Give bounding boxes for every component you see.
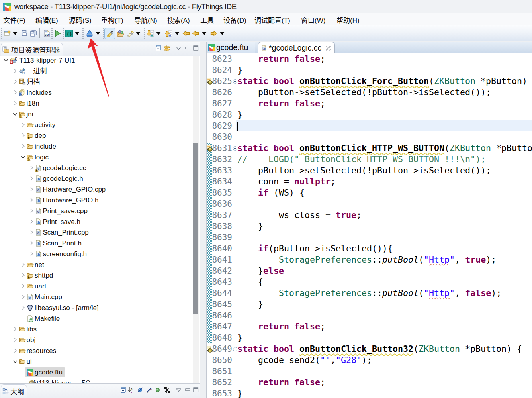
tree-item--[interactable]: 10 01 二进制 <box>0 66 200 76</box>
dropdown-arrow-icon[interactable] <box>96 32 100 35</box>
tree-item-t113-klipper-7-ui1[interactable]: C T113-klipper-7-UI1 <box>0 56 200 66</box>
tree-item-t113-klipper-5c[interactable]: C t113-klipper-...-5C <box>0 378 200 383</box>
project-explorer-tab[interactable]: 项目资源管理器 <box>1 43 63 56</box>
tree-item--[interactable]: 归档 <box>0 76 200 87</box>
chevron-collapsed-icon[interactable] <box>29 251 34 257</box>
filter-icon[interactable] <box>164 387 170 393</box>
last-edit-location-icon[interactable] <box>182 30 190 37</box>
run-icon[interactable] <box>55 30 61 37</box>
menu-item-3[interactable]: 源码(S) <box>69 15 92 25</box>
sort-icon[interactable]: a z <box>128 387 134 393</box>
dropdown-arrow-icon[interactable] <box>156 32 161 35</box>
tree-item-net[interactable]: net <box>0 259 200 270</box>
chevron-collapsed-icon[interactable] <box>20 143 26 149</box>
back-icon[interactable] <box>192 30 199 37</box>
new-wizard-icon[interactable] <box>4 30 11 37</box>
prev-annotation-icon[interactable] <box>165 30 172 37</box>
compile-upload-icon[interactable] <box>86 30 93 37</box>
menu-item-9[interactable]: 调试配置(T) <box>254 15 290 25</box>
minimize-icon[interactable] <box>185 388 191 392</box>
chevron-collapsed-icon[interactable] <box>12 348 18 353</box>
maximize-icon[interactable] <box>193 387 199 392</box>
chevron-expanded-icon[interactable] <box>12 111 18 117</box>
chevron-collapsed-icon[interactable] <box>29 186 34 192</box>
menu-item-7[interactable]: 工具 <box>200 15 214 25</box>
chevron-collapsed-icon[interactable] <box>12 79 18 84</box>
minimize-icon[interactable] <box>185 46 191 50</box>
tree-item-includes[interactable]: h Includes <box>0 87 200 98</box>
tree-item-print-save-h[interactable]: .h Print_save.h <box>0 216 200 227</box>
hide-fields-icon[interactable] <box>137 387 143 393</box>
tree-item-uart[interactable]: uart <box>0 281 200 292</box>
open-type-icon[interactable] <box>117 30 124 37</box>
chevron-expanded-icon[interactable] <box>3 57 9 63</box>
hide-nonpublic-icon[interactable] <box>155 388 160 392</box>
flash-pen-icon[interactable] <box>126 30 134 37</box>
dropdown-arrow-icon[interactable] <box>175 32 180 35</box>
tree-item-main-cpp[interactable]: c Main.cpp <box>0 292 200 302</box>
collapse-all-icon[interactable] <box>120 387 127 393</box>
close-tab-icon[interactable] <box>325 45 331 51</box>
tree-scrollbar[interactable] <box>193 56 199 383</box>
binary-file-icon[interactable]: 010 <box>43 30 50 37</box>
tree-item-print-save-cpp[interactable]: c Print_save.cpp <box>0 206 200 216</box>
dropdown-arrow-icon[interactable] <box>202 32 207 35</box>
tree-item-gcode-ftu[interactable]: gcode.ftu <box>0 367 200 378</box>
menu-item-11[interactable]: 帮助(H) <box>336 15 360 25</box>
chevron-collapsed-icon[interactable] <box>12 100 18 106</box>
tree-item-include[interactable]: include <box>0 141 200 152</box>
menu-item-6[interactable]: 搜索(A) <box>167 15 190 25</box>
tree-item-logic[interactable]: logic <box>0 152 200 163</box>
tree-item-jni[interactable]: jni <box>0 109 200 120</box>
tree-item-scan-print-h[interactable]: .h Scan_Print.h <box>0 238 200 249</box>
chevron-collapsed-icon[interactable] <box>29 240 34 246</box>
view-menu-icon[interactable] <box>176 388 181 392</box>
chevron-collapsed-icon[interactable] <box>29 208 34 214</box>
dropdown-arrow-icon[interactable] <box>13 32 18 35</box>
chevron-collapsed-icon[interactable] <box>20 294 26 300</box>
menu-item-2[interactable]: 编辑(E) <box>35 15 58 25</box>
code-editor[interactable]: 8623 return false;8624} 8625static bool … <box>207 53 532 398</box>
menu-item-4[interactable]: 重构(T) <box>101 15 123 25</box>
collapse-all-icon[interactable] <box>155 45 162 51</box>
dropdown-arrow-icon[interactable] <box>75 32 80 35</box>
tree-item-screenconfig-h[interactable]: .h screenconfig.h <box>0 249 200 259</box>
tree-item-makefile[interactable]: Makefile <box>0 313 200 324</box>
tree-scrollbar-thumb[interactable] <box>193 143 198 314</box>
chevron-collapsed-icon[interactable] <box>12 337 18 343</box>
save-icon[interactable] <box>22 30 28 36</box>
dropdown-arrow-icon[interactable] <box>220 32 225 35</box>
chevron-collapsed-icon[interactable] <box>20 283 26 289</box>
tree-item-ui[interactable]: ui <box>0 356 200 367</box>
tree-item-hardware-gpio-cpp[interactable]: c Hardware_GPIO.cpp <box>0 184 200 195</box>
chevron-collapsed-icon[interactable] <box>29 219 34 224</box>
tree-item-gcodelogic-cc[interactable]: c gcodeLogic.cc <box>0 163 200 173</box>
chevron-collapsed-icon[interactable] <box>20 273 26 278</box>
tree-item-dep[interactable]: dep <box>0 130 200 141</box>
chevron-collapsed-icon[interactable] <box>29 229 34 235</box>
maximize-icon[interactable] <box>193 45 199 51</box>
tree-item-obj[interactable]: obj <box>0 335 200 345</box>
chevron-collapsed-icon[interactable] <box>12 90 18 95</box>
tree-item-activity[interactable]: activity <box>0 120 200 130</box>
fold-collapse-icon[interactable] <box>233 146 237 151</box>
tree-item-hardware-gpio-h[interactable]: .h Hardware_GPIO.h <box>0 195 200 206</box>
chevron-collapsed-icon[interactable] <box>29 197 34 203</box>
menu-item-1[interactable]: 文件(F) <box>3 15 25 25</box>
highlighter-icon[interactable] <box>106 30 114 38</box>
dropdown-arrow-icon[interactable] <box>136 32 141 35</box>
view-menu-icon[interactable] <box>176 47 181 50</box>
link-with-editor-icon[interactable] <box>163 45 170 52</box>
tree-item-resources[interactable]: resources <box>0 345 200 356</box>
tree-item-gcodelogic-h[interactable]: .h gcodeLogic.h <box>0 173 200 184</box>
chevron-collapsed-icon[interactable] <box>29 165 34 171</box>
chevron-collapsed-icon[interactable] <box>20 305 26 310</box>
outline-tab[interactable]: 大纲 <box>1 384 27 398</box>
menu-item-8[interactable]: 设备(D) <box>223 15 246 25</box>
chevron-expanded-icon[interactable] <box>20 154 26 160</box>
chevron-collapsed-icon[interactable] <box>20 133 26 138</box>
tree-item-shttpd[interactable]: shttpd <box>0 270 200 281</box>
chevron-collapsed-icon[interactable] <box>29 176 34 181</box>
fold-collapse-icon[interactable] <box>233 79 237 84</box>
menu-item-10[interactable]: 窗口(W) <box>301 15 325 25</box>
